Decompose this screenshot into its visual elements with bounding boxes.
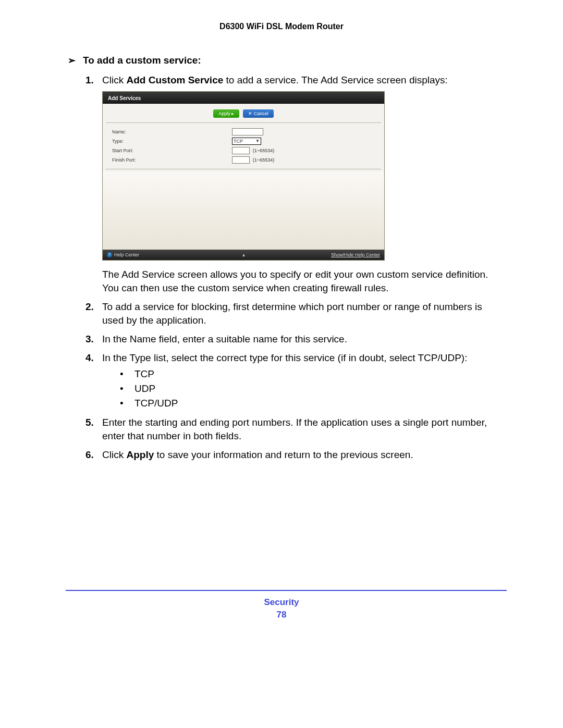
step-text: To add a service for blocking, first det… bbox=[102, 301, 482, 326]
help-center-label: Help Center bbox=[114, 248, 139, 262]
list-item-text: TCP bbox=[134, 368, 154, 379]
step-number: 5. bbox=[85, 416, 94, 429]
type-options-list: •TCP •UDP •TCP/UDP bbox=[120, 367, 506, 411]
step-1-description: The Add Service screen allows you to spe… bbox=[102, 268, 506, 295]
finish-port-range: (1~65534) bbox=[253, 153, 274, 167]
cancel-button[interactable]: ✕ Cancel bbox=[243, 109, 274, 118]
finish-port-label: Finish Port: bbox=[112, 153, 232, 167]
step-text-suffix: to save your information and return to t… bbox=[154, 449, 413, 460]
bullet-icon: • bbox=[120, 381, 124, 396]
step-text-suffix: to add a service. The Add Service screen… bbox=[223, 75, 448, 85]
help-icon: ? bbox=[107, 252, 112, 257]
step-number: 3. bbox=[85, 332, 94, 346]
help-center[interactable]: ? Help Center bbox=[107, 248, 139, 262]
screenshot-empty-area bbox=[103, 171, 384, 250]
separator bbox=[106, 169, 381, 169]
procedure-steps: 1. Click Add Custom Service to add a ser… bbox=[68, 73, 506, 462]
step-2: 2. To add a service for blocking, first … bbox=[85, 300, 506, 327]
step-bold: Apply bbox=[126, 449, 154, 460]
step-number: 6. bbox=[85, 448, 94, 462]
step-number: 2. bbox=[85, 300, 94, 314]
step-5: 5. Enter the starting and ending port nu… bbox=[85, 416, 506, 443]
page-body: ➢To add a custom service: 1. Click Add C… bbox=[68, 55, 506, 467]
step-3: 3. In the Name field, enter a suitable n… bbox=[85, 332, 506, 346]
procedure-heading: ➢To add a custom service: bbox=[68, 55, 506, 66]
add-service-screenshot: Add Services Apply ▸ ✕ Cancel Name: bbox=[102, 91, 506, 261]
step-text: In the Type list, select the correct typ… bbox=[102, 352, 467, 363]
step-4: 4. In the Type list, select the correct … bbox=[85, 351, 506, 411]
screenshot-title: Add Services bbox=[103, 95, 141, 101]
screenshot-footer: ? Help Center ▴ Show/Hide Help Center bbox=[103, 250, 384, 260]
list-item-text: TCP/UDP bbox=[134, 398, 178, 409]
apply-button[interactable]: Apply ▸ bbox=[213, 109, 239, 118]
step-1: 1. Click Add Custom Service to add a ser… bbox=[85, 73, 506, 295]
step-number: 4. bbox=[85, 351, 94, 365]
screenshot-form: Name: Type: TCP ▼ bbox=[103, 125, 384, 168]
list-item: •UDP bbox=[120, 381, 506, 396]
step-text: Click bbox=[102, 449, 126, 460]
step-bold: Add Custom Service bbox=[126, 75, 223, 85]
step-text: Enter the starting and ending port numbe… bbox=[102, 417, 487, 441]
footer-rule bbox=[66, 590, 507, 591]
step-6: 6. Click Apply to save your information … bbox=[85, 448, 506, 462]
screenshot-titlebar: Add Services bbox=[103, 92, 384, 104]
bullet-icon: • bbox=[120, 367, 124, 381]
finish-port-field[interactable] bbox=[232, 156, 250, 164]
footer-page-number: 78 bbox=[0, 610, 563, 620]
step-text: Click bbox=[102, 75, 126, 85]
chevron-right-icon: ➢ bbox=[68, 55, 76, 66]
procedure-heading-text: To add a custom service: bbox=[83, 55, 201, 66]
list-item: •TCP/UDP bbox=[120, 396, 506, 411]
step-number: 1. bbox=[85, 73, 94, 87]
list-item-text: UDP bbox=[134, 383, 155, 394]
footer-section: Security bbox=[0, 597, 563, 608]
bullet-icon: • bbox=[120, 396, 124, 411]
page-header-title: D6300 WiFi DSL Modem Router bbox=[0, 22, 563, 31]
separator bbox=[106, 122, 381, 123]
chevron-up-icon[interactable]: ▴ bbox=[242, 248, 245, 262]
list-item: •TCP bbox=[120, 367, 506, 381]
step-text: In the Name field, enter a suitable name… bbox=[102, 334, 347, 344]
show-hide-help-link[interactable]: Show/Hide Help Center bbox=[331, 248, 380, 262]
screenshot-button-row: Apply ▸ ✕ Cancel bbox=[103, 104, 384, 121]
